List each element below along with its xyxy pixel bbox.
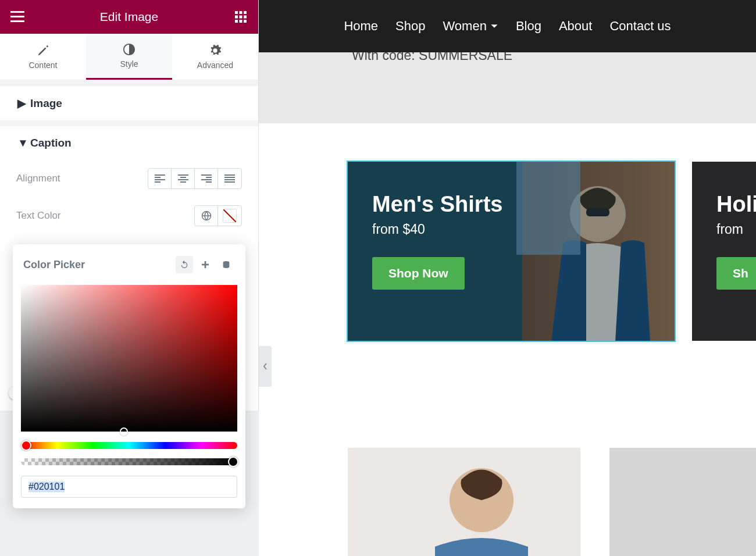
align-center-icon (178, 174, 188, 183)
widgets-button[interactable] (234, 10, 248, 24)
contrast-icon (123, 43, 135, 56)
tab-label: Content (28, 60, 57, 70)
product-image (348, 448, 580, 556)
gear-icon (209, 44, 222, 57)
globe-icon (201, 211, 212, 221)
align-center-button[interactable] (172, 169, 195, 188)
saturation-panel[interactable] (21, 285, 237, 432)
text-color-controls (194, 205, 242, 226)
nav-home[interactable]: Home (344, 19, 378, 34)
svg-rect-11 (10, 11, 24, 13)
tab-label: Advanced (197, 60, 233, 70)
site-nav: Home Shop Women Blog About Contact us (259, 0, 756, 52)
svg-rect-30 (178, 179, 188, 180)
panel-tabs: Content Style Advanced (0, 34, 258, 80)
color-swatch-button[interactable] (218, 206, 241, 226)
card-subtitle: from (716, 222, 756, 237)
svg-rect-18 (239, 16, 242, 19)
svg-rect-25 (155, 177, 161, 178)
align-justify-button[interactable] (218, 169, 241, 188)
pencil-icon (37, 44, 49, 57)
chevron-down-icon (490, 22, 498, 30)
tab-style[interactable]: Style (86, 34, 172, 80)
section-title: Image (30, 97, 62, 110)
promo-banner: With code: SUMMERSALE (259, 45, 756, 123)
align-right-button[interactable] (195, 169, 218, 188)
tab-content[interactable]: Content (0, 34, 86, 80)
section-title: Caption (30, 137, 72, 149)
product-grid: -13% (348, 448, 756, 556)
svg-rect-42 (202, 264, 209, 266)
align-left-button[interactable] (148, 169, 172, 188)
svg-rect-21 (239, 20, 242, 23)
color-swatch-icon (223, 209, 237, 223)
editor-panel: Edit Image Content Style Advanced ▶ Imag… (0, 0, 259, 556)
hex-input[interactable]: #020101 (21, 476, 237, 498)
svg-rect-17 (235, 16, 238, 19)
nav-blog[interactable]: Blog (516, 19, 541, 34)
promo-card-holiday[interactable]: Holi from Sh (692, 162, 756, 341)
align-justify-icon (224, 174, 235, 183)
saturation-handle[interactable] (120, 427, 128, 436)
svg-rect-31 (180, 181, 186, 183)
svg-rect-19 (244, 16, 247, 19)
nav-shop[interactable]: Shop (395, 19, 425, 34)
section-image[interactable]: ▶ Image (0, 80, 258, 120)
page-preview: With code: SUMMERSALE Home Shop Women Bl… (259, 0, 756, 556)
alpha-handle[interactable] (228, 457, 238, 467)
svg-rect-37 (224, 177, 235, 178)
section-caption[interactable]: ▼ Caption (0, 120, 258, 160)
svg-rect-28 (178, 174, 188, 176)
text-color-label: Text Color (16, 210, 61, 222)
plus-icon (201, 260, 210, 269)
nav-contact[interactable]: Contact us (609, 19, 671, 34)
nav-about[interactable]: About (559, 19, 593, 34)
svg-rect-33 (206, 177, 212, 178)
svg-rect-34 (201, 179, 212, 180)
alignment-label: Alignment (16, 173, 60, 184)
svg-rect-20 (235, 20, 238, 23)
svg-rect-14 (235, 11, 238, 14)
align-right-icon (201, 174, 212, 183)
menu-button[interactable] (10, 10, 24, 24)
add-color-button[interactable] (197, 256, 214, 273)
hue-slider[interactable] (21, 442, 237, 449)
svg-rect-32 (201, 174, 212, 176)
svg-rect-15 (239, 11, 242, 14)
undo-icon (180, 260, 189, 269)
caret-down-icon: ▼ (17, 137, 23, 149)
text-color-row: Text Color (0, 197, 258, 234)
hue-handle[interactable] (21, 440, 31, 451)
product-card[interactable]: -13% (609, 448, 756, 556)
alignment-row: Alignment (0, 160, 258, 197)
svg-rect-35 (206, 181, 212, 183)
svg-rect-27 (155, 181, 161, 183)
reset-color-button[interactable] (176, 256, 193, 273)
hamburger-icon (10, 11, 24, 23)
panel-title: Edit Image (100, 10, 158, 24)
alpha-slider[interactable] (21, 458, 237, 465)
svg-rect-13 (10, 20, 24, 22)
nav-women[interactable]: Women (443, 19, 498, 34)
color-library-button[interactable] (217, 256, 235, 273)
promo-card-mens-shirts[interactable]: Men's Shirts from $40 Shop Now (348, 162, 675, 341)
svg-rect-36 (224, 174, 235, 176)
panel-header: Edit Image (0, 0, 258, 34)
promo-cards: Men's Shirts from $40 Shop Now Holi from… (348, 162, 756, 341)
tab-advanced[interactable]: Advanced (172, 34, 258, 80)
grid-icon (235, 11, 247, 23)
chevron-left-icon (262, 362, 268, 370)
shop-now-button[interactable]: Sh (716, 257, 756, 290)
svg-rect-12 (10, 16, 24, 17)
color-picker-popup: Color Picker #020101 (13, 244, 245, 508)
product-card[interactable] (348, 448, 580, 556)
global-color-button[interactable] (195, 206, 218, 226)
card-title: Men's Shirts (372, 192, 502, 217)
align-left-icon (155, 174, 165, 183)
svg-rect-38 (224, 179, 235, 180)
collapse-panel-button[interactable] (259, 346, 272, 387)
card-subtitle: from $40 (372, 222, 502, 237)
shop-now-button[interactable]: Shop Now (372, 257, 465, 290)
caret-right-icon: ▶ (17, 97, 23, 110)
svg-rect-29 (180, 177, 186, 178)
